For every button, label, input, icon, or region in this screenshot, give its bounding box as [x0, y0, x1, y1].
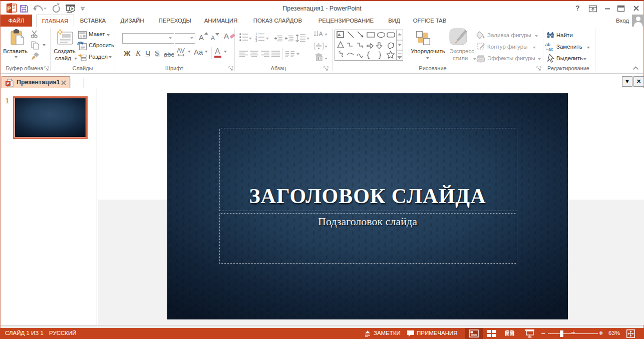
- svg-text:ac: ac: [548, 47, 553, 52]
- svg-text:P: P: [7, 81, 10, 86]
- svg-text:3: 3: [255, 39, 257, 42]
- svg-text:A: A: [338, 33, 341, 37]
- svg-text:A: A: [319, 31, 323, 37]
- svg-text:?: ?: [575, 4, 580, 12]
